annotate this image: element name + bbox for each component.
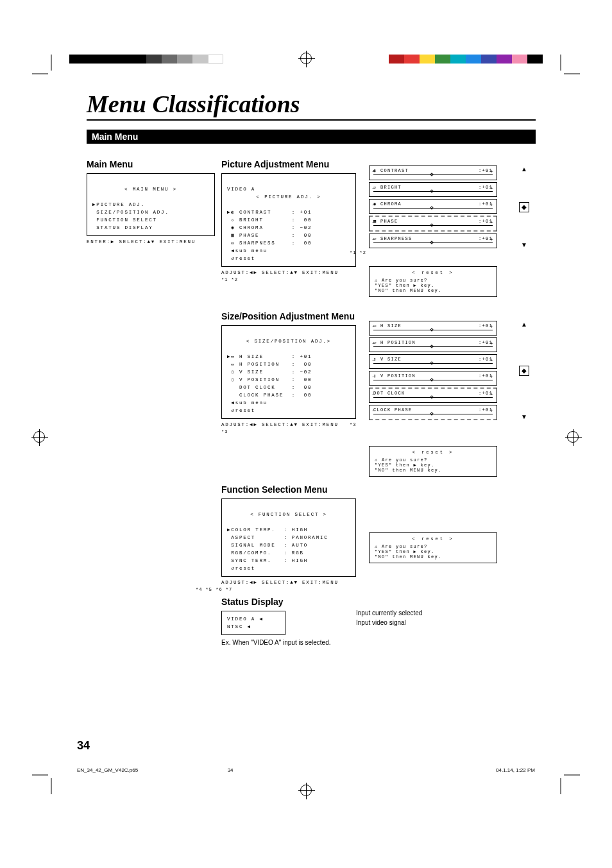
bright-slider: ☼ BRIGHT:+01 xyxy=(369,182,497,197)
osd-row: ▭ SHARPNESS : 00 xyxy=(227,241,312,246)
func-osd: < FUNCTION SELECT > ▶COLOR TEMP. : HIGH … xyxy=(221,498,356,577)
osd-row: DOT CLOCK : 00 xyxy=(227,385,312,390)
color-bar-left xyxy=(69,55,223,64)
footnote-markers: *3 xyxy=(350,422,510,427)
picture-heading: Picture Adjustment Menu xyxy=(221,159,369,169)
osd-row: ▦ PHASE : 00 xyxy=(227,233,312,238)
registration-mark-icon xyxy=(567,431,579,443)
phase-slider: ▦ PHASE:+01 xyxy=(369,216,497,232)
osd-row: ▭ H POSITION : 00 xyxy=(227,362,312,367)
reset-dialog: < reset > ⚠ Are you sure? "YES" then ▶ k… xyxy=(369,446,497,477)
osd-title: < PICTURE ADJ. > xyxy=(227,193,350,201)
footer-file: EN_34_42_GM_V42C.p65 xyxy=(77,767,138,773)
footnote-markers: *1 *2 xyxy=(221,277,369,282)
section-header: Main Menu xyxy=(87,130,536,144)
osd-row: ◉ CHROMA : −02 xyxy=(227,225,312,230)
hpos-slider: ▭ H POSITION:+01 xyxy=(369,337,497,352)
osd-row: ▯ V SIZE : −02 xyxy=(227,370,312,375)
clockphase-slider: CLOCK PHASE:+01 xyxy=(369,405,497,420)
registration-mark-icon xyxy=(33,431,45,443)
crop-mark-icon xyxy=(32,55,58,80)
contrast-slider: ◐ CONTRAST:+01 xyxy=(369,166,497,180)
osd-hint: ADJUST:◀▶ SELECT:▲▼ EXIT:MENU xyxy=(221,269,369,275)
slider-group: ▲◆▼ ◐ CONTRAST:+01 ☼ BRIGHT:+01 ◉ CHROMA… xyxy=(369,166,510,248)
hsize-slider: ▭ H SIZE:+01 xyxy=(369,321,497,336)
updown-nav-icon: ▲◆▼ xyxy=(519,321,529,420)
osd-sub: ◀sub menu xyxy=(227,400,268,405)
reset-line: "YES" then ▶ key. xyxy=(375,463,435,468)
osd-sub: ◀sub menu xyxy=(227,248,268,253)
status-label: Input video signal xyxy=(356,619,510,626)
osd-row: SIGNAL MODE : AUTO xyxy=(227,543,308,548)
status-line: NTSC xyxy=(227,624,243,629)
page-title: Menu Classifications xyxy=(87,90,536,121)
footer-page: 34 xyxy=(228,767,234,773)
osd-hint: ADJUST:◀▶ SELECT:▲▼ EXIT:MENU xyxy=(221,579,369,585)
osd-row: ▶COLOR TEMP. : HIGH xyxy=(227,527,308,532)
osd-row: ▶▭ H SIZE : +01 xyxy=(227,354,312,359)
osd-item: FUNCTION SELECT xyxy=(92,217,157,223)
vsize-slider: ▯ V SIZE:+01 xyxy=(369,354,497,369)
status-line: VIDEO A xyxy=(227,617,255,622)
reset-dialog: < reset > ⚠ Are you sure? "YES" then ▶ k… xyxy=(369,532,497,563)
vpos-slider: ▯ V POSITION:+01 xyxy=(369,371,497,386)
reset-line: "NO" then MENU key. xyxy=(375,468,442,473)
osd-row: RGB/COMPO. : RGB xyxy=(227,550,304,556)
reset-title: < reset > xyxy=(375,450,491,455)
color-bar-right xyxy=(389,55,543,64)
picture-osd: VIDEO A < PICTURE ADJ. > ▶◐ CONTRAST : +… xyxy=(221,173,356,267)
osd-reset: ↺reset xyxy=(227,566,255,571)
osd-hint: ENTER:▶ SELECT:▲▼ EXIT:MENU xyxy=(87,239,221,244)
osd-row: ▶◐ CONTRAST : +01 xyxy=(227,210,312,215)
func-heading: Function Selection Menu xyxy=(221,484,369,495)
main-menu-heading: Main Menu xyxy=(87,159,221,169)
crop-mark-icon xyxy=(554,55,580,80)
osd-title: < FUNCTION SELECT > xyxy=(227,511,350,518)
reset-line: "NO" then MENU key. xyxy=(375,554,442,559)
registration-mark-icon xyxy=(300,785,312,796)
size-osd: < SIZE/POSITION ADJ.> ▶▭ H SIZE : +01 ▭ … xyxy=(221,325,356,419)
reset-line: "YES" then ▶ key. xyxy=(375,549,435,554)
size-heading: Size/Position Adjustment Menu xyxy=(221,311,369,321)
reset-title: < reset > xyxy=(375,270,491,275)
footer: EN_34_42_GM_V42C.p65 34 04.1.14, 1:22 PM xyxy=(77,767,535,773)
status-heading: Status Display xyxy=(221,597,369,607)
footnote-markers: *1 *2 xyxy=(350,250,510,255)
status-osd: VIDEO A ◀ NTSC ◀ xyxy=(221,611,285,635)
status-label: Input currently selected xyxy=(356,609,510,617)
osd-row: ▯ V POSITION : 00 xyxy=(227,377,312,382)
osd-row: SYNC TERM. : HIGH xyxy=(227,558,308,563)
registration-mark-icon xyxy=(300,53,312,64)
crop-mark-icon xyxy=(554,769,580,794)
crop-mark-icon xyxy=(32,769,58,794)
main-menu-osd: < MAIN MENU > ▶PICTURE ADJ. SIZE/POSITIO… xyxy=(87,173,215,236)
osd-row: ☼ BRIGHT : 00 xyxy=(227,217,312,223)
osd-item: STATUS DISPLAY xyxy=(92,225,153,230)
reset-line: "YES" then ▶ key. xyxy=(375,283,435,288)
osd-reset: ↺reset xyxy=(227,256,255,261)
page-number: 34 xyxy=(77,739,90,753)
reset-line: ⚠ Are you sure? xyxy=(375,544,428,549)
osd-row: ASPECT : PANORAMIC xyxy=(227,535,328,540)
footnote-markers: *4 *5 *6 *7 xyxy=(196,587,369,592)
osd-title: < SIZE/POSITION ADJ.> xyxy=(227,337,350,345)
slider-group: ▲◆▼ ▭ H SIZE:+01 ▭ H POSITION:+01 ▯ V SI… xyxy=(369,321,510,420)
reset-line: ⚠ Are you sure? xyxy=(375,457,428,463)
dotclock-slider: DOT CLOCK:+01 xyxy=(369,387,497,403)
osd-item: ▶PICTURE ADJ. xyxy=(92,202,145,207)
osd-item: SIZE/POSITION ADJ. xyxy=(92,210,169,215)
reset-title: < reset > xyxy=(375,536,491,541)
osd-title: < MAIN MENU > xyxy=(92,185,209,193)
osd-source: VIDEO A xyxy=(227,187,255,192)
chroma-slider: ◉ CHROMA:+01 xyxy=(369,199,497,214)
footnote-markers: *3 xyxy=(221,429,369,434)
reset-line: "NO" then MENU key. xyxy=(375,288,442,293)
sharpness-slider: ▭ SHARPNESS:+01 xyxy=(369,234,497,248)
osd-row: CLOCK PHASE : 00 xyxy=(227,393,312,398)
osd-hint: ADJUST:◀▶ SELECT:▲▼ EXIT:MENU xyxy=(221,421,369,427)
reset-dialog: < reset > ⚠ Are you sure? "YES" then ▶ k… xyxy=(369,266,497,297)
osd-reset: ↺reset xyxy=(227,408,255,413)
status-note: Ex. When "VIDEO A" input is selected. xyxy=(221,639,369,646)
reset-line: ⚠ Are you sure? xyxy=(375,278,428,283)
updown-nav-icon: ▲◆▼ xyxy=(519,166,529,248)
